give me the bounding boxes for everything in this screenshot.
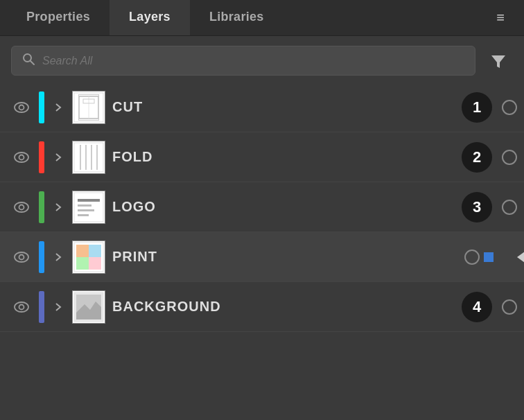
- menu-icon[interactable]: ≡: [484, 0, 517, 35]
- thumbnail-print: [72, 240, 105, 274]
- svg-rect-6: [79, 96, 98, 119]
- color-bar-fold: [39, 141, 44, 173]
- search-container: [11, 46, 475, 76]
- svg-rect-11: [74, 143, 103, 172]
- search-icon: [21, 52, 35, 69]
- layer-name-print: PRINT: [112, 249, 517, 265]
- svg-point-9: [15, 152, 28, 162]
- expand-icon-fold[interactable]: [51, 150, 65, 164]
- visibility-icon-background[interactable]: [11, 297, 32, 317]
- layer-list: CUT 1: [0, 82, 524, 420]
- layer-row-cut: CUT 1: [0, 82, 524, 132]
- layer-name-background: BACKGROUND: [112, 299, 455, 315]
- visibility-icon-print[interactable]: [11, 247, 32, 268]
- visibility-icon-logo[interactable]: [11, 197, 32, 218]
- layer-name-fold: FOLD: [112, 149, 455, 165]
- svg-point-16: [15, 202, 28, 212]
- target-circle-cut[interactable]: [502, 100, 517, 115]
- expand-icon-logo[interactable]: [51, 200, 65, 214]
- panel: Properties Layers Libraries ≡: [0, 0, 524, 420]
- svg-line-1: [30, 61, 34, 64]
- svg-rect-29: [89, 257, 101, 270]
- layer-row-print: PRINT: [0, 232, 524, 282]
- expand-icon-background[interactable]: [51, 300, 65, 314]
- svg-rect-27: [89, 245, 101, 257]
- visibility-icon-cut[interactable]: [11, 97, 32, 118]
- expand-icon-print[interactable]: [51, 250, 65, 264]
- badge-4: 4: [462, 292, 492, 322]
- svg-rect-26: [76, 245, 89, 257]
- target-circle-print[interactable]: [464, 250, 480, 265]
- target-circle-logo[interactable]: [502, 200, 517, 215]
- layer-row-background: BACKGROUND 4: [0, 282, 524, 332]
- tab-bar: Properties Layers Libraries ≡: [0, 0, 524, 36]
- tab-layers[interactable]: Layers: [110, 0, 190, 35]
- search-bar: [11, 46, 513, 76]
- badge-3: 3: [462, 192, 492, 222]
- svg-rect-28: [76, 257, 89, 270]
- svg-rect-8: [83, 99, 94, 103]
- target-circle-fold[interactable]: [502, 150, 517, 165]
- active-triangle-print: [517, 250, 524, 264]
- color-bar-background: [39, 291, 44, 323]
- search-input[interactable]: [42, 55, 465, 67]
- svg-point-3: [15, 103, 28, 112]
- tab-layers-label: Layers: [129, 10, 171, 24]
- svg-point-23: [15, 252, 28, 262]
- active-square-print: [484, 252, 494, 262]
- thumbnail-background: [72, 290, 105, 324]
- active-indicator-print: [464, 250, 494, 265]
- tab-libraries[interactable]: Libraries: [190, 0, 283, 35]
- tab-libraries-label: Libraries: [209, 10, 264, 24]
- thumbnail-logo: [72, 191, 105, 224]
- svg-rect-22: [78, 214, 89, 216]
- target-circle-background[interactable]: [502, 299, 517, 315]
- layer-row-logo: LOGO 3: [0, 182, 524, 232]
- svg-rect-19: [78, 199, 100, 202]
- color-bar-logo: [39, 191, 44, 223]
- svg-marker-2: [491, 55, 505, 68]
- svg-point-17: [19, 204, 24, 209]
- color-bar-print: [39, 241, 44, 273]
- color-bar-cut: [39, 91, 44, 123]
- visibility-icon-fold[interactable]: [11, 147, 32, 168]
- layer-name-cut: CUT: [112, 99, 455, 115]
- svg-point-4: [19, 105, 24, 110]
- filter-button[interactable]: [484, 46, 513, 76]
- expand-icon-cut[interactable]: [51, 100, 65, 114]
- svg-rect-18: [74, 193, 103, 222]
- svg-point-24: [19, 254, 24, 259]
- svg-point-31: [19, 304, 24, 309]
- svg-point-10: [19, 155, 24, 159]
- thumbnail-cut: [72, 91, 105, 124]
- svg-point-30: [15, 302, 28, 312]
- layer-name-logo: LOGO: [112, 199, 455, 215]
- badge-2: 2: [462, 142, 492, 173]
- tab-properties-label: Properties: [26, 10, 90, 24]
- svg-rect-21: [78, 209, 94, 211]
- thumbnail-fold: [72, 141, 105, 174]
- layer-row-fold: FOLD 2: [0, 132, 524, 182]
- tab-properties[interactable]: Properties: [7, 0, 110, 35]
- svg-rect-20: [78, 204, 91, 207]
- svg-rect-5: [74, 93, 103, 122]
- badge-1: 1: [462, 92, 492, 123]
